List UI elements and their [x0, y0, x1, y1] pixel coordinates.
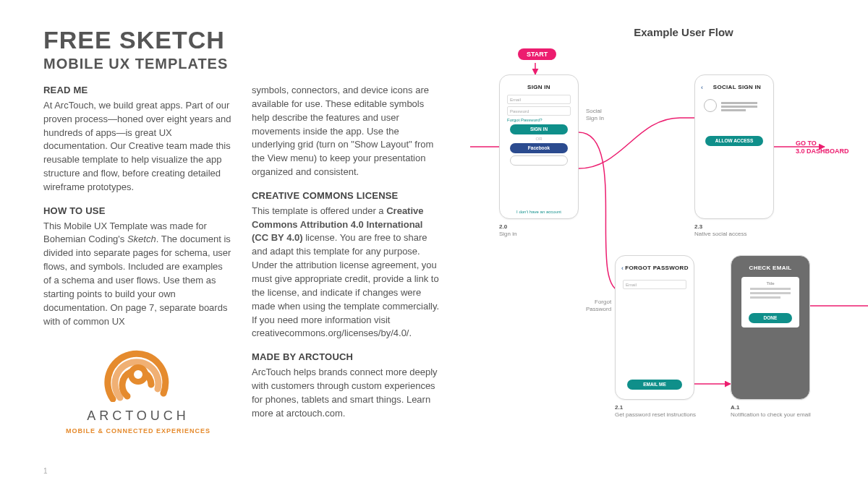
page-subtitle: MOBILE UX TEMPLATES	[43, 56, 448, 72]
check-card-title: Title	[746, 281, 795, 286]
howto-body: This Mobile UX Template was made for Boh…	[43, 220, 233, 329]
check-card: Title DONE	[741, 277, 799, 328]
page-title: FREE SKETCH	[43, 26, 448, 54]
signin-email-field: Email	[507, 95, 571, 104]
logo-icon	[98, 335, 178, 402]
goto-dashboard-label: GO TO 3.0 DASHBOARD	[796, 140, 849, 155]
screen-signin: SIGN IN Email Password Forgot Password? …	[499, 74, 579, 219]
made-body: ArcTouch helps brands connect more deepl…	[252, 366, 441, 420]
readme-body: At ArcTouch, we build great apps. Part o…	[43, 99, 233, 194]
screen-forgot: ‹ FORGOT PASSWORD Email EMAIL ME	[615, 255, 694, 400]
text-lines-icon	[721, 100, 757, 113]
screen-check-email: CHECK EMAIL Title DONE	[731, 255, 810, 400]
column-right: symbols, connectors, and device icons ar…	[252, 84, 441, 436]
start-badge: START	[518, 48, 556, 60]
signin-button: SIGN IN	[510, 124, 568, 134]
logo-name: ARCTOUCH	[43, 406, 233, 425]
back-icon: ‹	[621, 265, 624, 272]
check-caption: A.1Notification to check your email	[731, 404, 811, 418]
social-title: SOCIAL SIGN IN	[705, 84, 769, 90]
logo-tagline: MOBILE & CONNECTED EXPERIENCES	[43, 427, 233, 436]
signin-title: SIGN IN	[504, 84, 574, 90]
signin-forgot-link: Forgot Password?	[507, 118, 571, 122]
check-title: CHECK EMAIL	[736, 265, 805, 271]
check-done-button: DONE	[749, 313, 792, 323]
text-content: FREE SKETCH MOBILE UX TEMPLATES READ ME …	[43, 26, 448, 474]
column-left: READ ME At ArcTouch, we build great apps…	[43, 84, 233, 436]
howto-heading: HOW TO USE	[43, 205, 233, 218]
social-allow-button: ALLOW ACCESS	[705, 136, 763, 146]
flow-diagram: Example User Flow	[470, 26, 839, 474]
signin-caption: 2.0Sign in	[499, 223, 516, 237]
flow-title: Example User Flow	[528, 26, 839, 38]
made-heading: MADE BY ARCTOUCH	[252, 351, 441, 364]
side-label-forgot: Forgot Password	[586, 299, 611, 312]
screen-social: ‹ SOCIAL SIGN IN ALLOW ACCESS	[694, 74, 774, 219]
signin-google-button: Google	[510, 155, 568, 166]
signin-noaccount-link: I don't have an account	[500, 210, 578, 214]
signin-or: OR	[504, 137, 574, 141]
page-number: 1	[43, 467, 48, 475]
readme-heading: READ ME	[43, 84, 233, 98]
howto-continued: symbols, connectors, and device icons ar…	[252, 84, 441, 179]
forgot-email-field: Email	[623, 280, 686, 289]
license-body: This template is offered under a Creativ…	[252, 205, 441, 341]
back-icon: ‹	[701, 84, 703, 91]
svg-point-0	[131, 367, 145, 382]
arctouch-logo: ARCTOUCH MOBILE & CONNECTED EXPERIENCES	[43, 335, 233, 436]
forgot-title: FORGOT PASSWORD	[624, 265, 689, 271]
avatar-icon	[704, 99, 717, 112]
signin-facebook-button: Facebook	[510, 143, 568, 153]
side-label-social: Social Sign In	[586, 108, 604, 121]
forgot-emailme-button: EMAIL ME	[627, 380, 682, 390]
forgot-caption: 2.1Get password reset instructions	[615, 404, 696, 418]
social-caption: 2.3Native social access	[694, 223, 746, 237]
license-heading: CREATIVE COMMONS LICENSE	[252, 189, 441, 203]
signin-password-field: Password	[507, 106, 571, 116]
